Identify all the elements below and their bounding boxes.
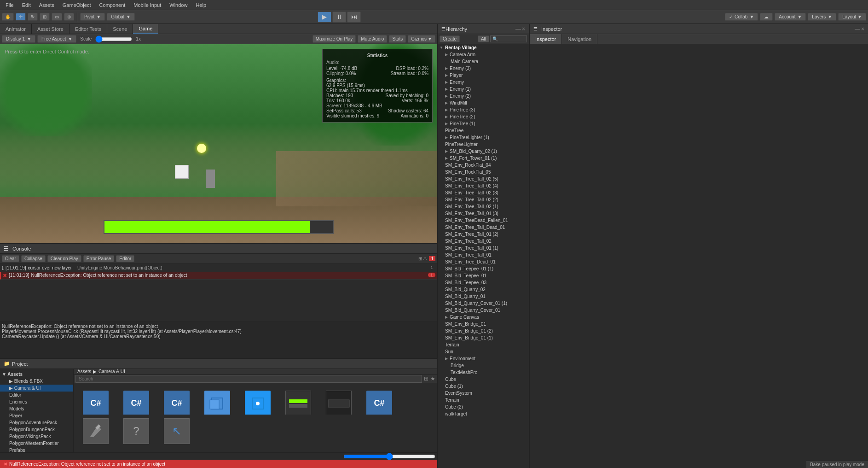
hier-enemy-2[interactable]: ▶Enemy (2) [438,93,529,99]
step-btn[interactable]: ⏭ [347,12,361,23]
hier-main-camera[interactable]: Main Camera [438,58,529,65]
asset-size-slider[interactable] [343,453,435,460]
stats-btn[interactable]: Stats [389,35,406,43]
asset-player-health-bar[interactable]: C# PlayerHealthBar [361,387,398,415]
hier-eventsystem[interactable]: EventSystem [438,390,529,397]
gizmos-btn[interactable]: Gizmos ▼ [408,35,435,43]
layout-btn[interactable]: Layout ▼ [838,13,866,21]
rotate-tool-btn[interactable]: ↻ [28,13,38,21]
maximize-on-play-btn[interactable]: Maximize On Play [312,35,356,43]
hier-rentap-village[interactable]: ▼Rentap Village [438,44,529,51]
rect-tool-btn[interactable]: ▭ [52,13,62,21]
tree-polygon-western[interactable]: PolygonWesternFrontier [0,440,73,447]
tab-animator[interactable]: Animator [0,24,32,34]
hier-pinetree-3[interactable]: ▶PineTree (3) [438,106,529,113]
hier-pinetree-lighter[interactable]: PineTreeLighter [438,141,529,148]
mute-audio-btn[interactable]: Mute Audio [358,35,387,43]
hier-enemy-3[interactable]: ▶Enemy (3) [438,65,529,72]
asset-question[interactable]: ? [118,415,155,449]
clear-btn[interactable]: Clear [2,255,19,262]
tree-camera-ui[interactable]: ▶ Camera & UI [0,385,73,392]
menu-help[interactable]: Help [192,1,210,9]
hier-sm-env-bridge-01-2[interactable]: SM_Env_Bridge_01 (2) [438,328,529,334]
hierarchy-search[interactable] [490,35,527,42]
tab-asset-store[interactable]: Asset Store [32,24,69,34]
hierarchy-create-btn[interactable]: Create [440,35,460,42]
scale-slider[interactable] [95,35,132,43]
account-btn[interactable]: Account ▼ [775,13,806,21]
hier-sm-env-tree-tall-02-1[interactable]: SM_Env_Tree_Tall_02 (1) [438,203,529,210]
asset-camera-follow[interactable]: C# CameraFollow [77,387,114,415]
menu-mobile-input[interactable]: Mobile Input [130,1,165,9]
insp-tab-inspector[interactable]: Inspector [530,34,562,44]
scale-tool-btn[interactable]: ⊞ [40,13,50,21]
hier-pinetree[interactable]: PineTree [438,127,529,134]
hier-textmeshpro[interactable]: TextMeshPro [438,369,529,376]
pivot-btn[interactable]: Pivot ▼ [80,13,105,21]
asset-health-bar-mask[interactable]: health bar mask [320,387,357,415]
hier-sm-env-tree-tall-02[interactable]: SM_Env_Tree_Tall_02 [438,238,529,245]
menu-component[interactable]: Component [95,1,129,9]
tab-game[interactable]: Game [133,24,158,34]
menu-file[interactable]: File [2,1,17,9]
hier-sm-env-rockflat-04[interactable]: SM_Env_RockFlat_04 [438,162,529,169]
tree-prefabs[interactable]: Prefabs [0,447,73,452]
hier-sun[interactable]: Sun [438,348,529,355]
hier-sm-env-tree-tall-02-2[interactable]: SM_Env_Tree_Tall_02 (2) [438,196,529,203]
hier-enemy[interactable]: ▶Enemy [438,79,529,86]
inspector-collapse-btn[interactable]: — [855,26,860,32]
hier-pinetree-lighter-1[interactable]: ▶PineTreeLighter (1) [438,134,529,141]
hierarchy-all-btn[interactable]: All [478,35,489,42]
hier-sm-bld-teepee-01-1[interactable]: SM_Bld_Teepee_01 (1) [438,265,529,272]
console-log-info[interactable]: ℹ [11:01:19] cursor over new layer Unity… [0,265,437,272]
hier-game-canvas[interactable]: ▶Game Canvas [438,314,529,321]
layers-btn[interactable]: Layers ▼ [808,13,836,21]
hier-sm-env-bridge-01[interactable]: SM_Env_Bridge_01 [438,321,529,328]
insp-tab-navigation[interactable]: Navigation [562,34,597,44]
hier-windmill[interactable]: ▶WindMill [438,99,529,106]
hierarchy-collapse-btn[interactable]: — [515,26,521,32]
tree-polygon-vikings[interactable]: PolygonVikingsPack [0,433,73,440]
tree-models[interactable]: Models [0,405,73,412]
asset-brush[interactable] [77,415,114,449]
hier-sm-env-tree-tall-01-2[interactable]: SM_Env_Tree_Tall_01 (2) [438,231,529,238]
tree-player[interactable]: Player [0,412,73,419]
hier-bridge[interactable]: Bridge [438,362,529,369]
tree-assets[interactable]: ▼ Assets [0,371,73,378]
search-btn[interactable]: ⊞ [424,375,428,382]
hier-sm-bld-quarry-02[interactable]: SM_Bld_Quarry_02 [438,286,529,293]
menu-gameobject[interactable]: GameObject [59,1,95,9]
hier-cube-1[interactable]: Cube (1) [438,383,529,390]
hier-enemy-1[interactable]: ▶Enemy (1) [438,86,529,93]
hier-cube[interactable]: Cube [438,376,529,383]
aspect-btn[interactable]: Free Aspect ▼ [37,35,76,43]
search-input[interactable] [75,375,422,383]
hier-sm-env-bridge-01-1[interactable]: SM_Env_Bridge_01 (1) [438,334,529,341]
tab-editor-tests[interactable]: Editor Tests [69,24,107,34]
hier-pinetree-2[interactable]: ▶PineTree (2) [438,113,529,120]
play-btn[interactable]: ▶ [318,12,331,23]
hier-sm-env-tree-tall-01-1[interactable]: SM_Env_Tree_Tall_01 (1) [438,245,529,252]
hier-sm-env-tree-dead-01[interactable]: SM_Env_Tree_Dead_01 [438,258,529,265]
console-log-error[interactable]: ✖ [11:01:19] NullReferenceException: Obj… [0,272,437,280]
filter-btn[interactable]: ★ [430,375,435,382]
hier-player[interactable]: ▶Player [438,72,529,79]
hier-sm-bld-teepee-01[interactable]: SM_Bld_Teepee_01 [438,272,529,279]
hier-sm-env-rockflat-05[interactable]: SM_Env_RockFlat_05 [438,169,529,176]
hier-sm-bld-quarry-cover-01[interactable]: SM_Bld_Quarry_Cover_01 [438,307,529,314]
menu-window[interactable]: Window [166,1,191,9]
hier-sm-env-tree-tall-02-4[interactable]: SM_Env_Tree_Tall_02 (4) [438,182,529,189]
tab-scene[interactable]: Scene [107,24,133,34]
clear-on-play-btn[interactable]: Clear on Play [47,255,81,262]
hier-pinetree-1[interactable]: ▶PineTree (1) [438,120,529,127]
hierarchy-close-btn[interactable]: × [522,26,525,32]
collab-btn[interactable]: ✓ Collab ▼ [725,13,758,21]
menu-assets[interactable]: Assets [35,1,58,9]
global-btn[interactable]: Global ▼ [107,13,135,21]
asset-game-canvas[interactable]: Game Canvas [239,387,276,415]
hand-tool-btn[interactable]: ✋ [2,13,14,21]
hier-sm-bld-quarry-cover-01-1[interactable]: SM_Bld_Quarry_Cover_01 (1) [438,300,529,307]
collapse-btn[interactable]: Collapse [21,255,46,262]
hier-cube-2[interactable]: Cube (2) [438,404,529,410]
asset-camera-raycaster[interactable]: C# CameraRaycaster [118,387,155,415]
